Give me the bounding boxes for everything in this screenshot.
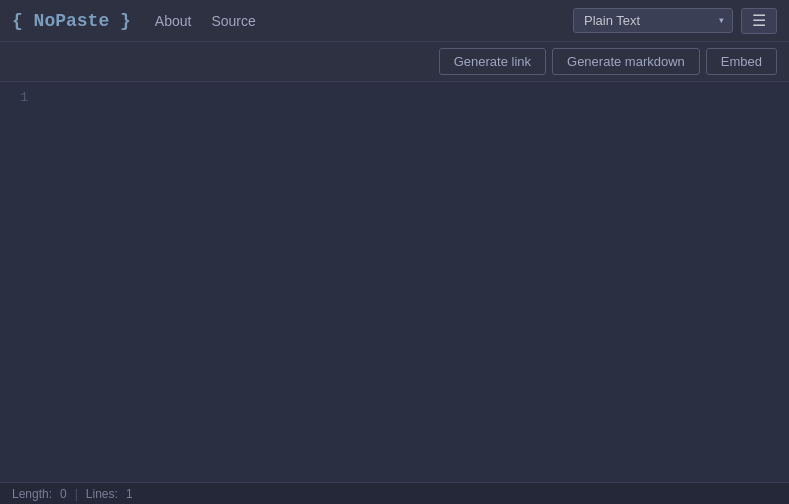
length-value: 0 — [60, 487, 67, 501]
menu-button[interactable]: ☰ — [741, 8, 777, 34]
status-separator: | — [75, 487, 78, 501]
logo: { NoPaste } — [12, 11, 131, 31]
nav: About Source — [155, 13, 573, 29]
editor-textarea[interactable] — [36, 82, 789, 482]
header-right: Plain Text JavaScript Python HTML CSS Ja… — [573, 8, 777, 34]
line-numbers: 1 — [0, 82, 36, 482]
nav-about[interactable]: About — [155, 13, 192, 29]
embed-button[interactable]: Embed — [706, 48, 777, 75]
status-bar: Length: 0 | Lines: 1 — [0, 482, 789, 504]
generate-link-button[interactable]: Generate link — [439, 48, 546, 75]
length-label: Length: — [12, 487, 52, 501]
lines-label: Lines: — [86, 487, 118, 501]
language-select[interactable]: Plain Text JavaScript Python HTML CSS Ja… — [573, 8, 733, 33]
toolbar: Generate link Generate markdown Embed — [0, 42, 789, 82]
line-number: 1 — [12, 88, 28, 108]
nav-source[interactable]: Source — [211, 13, 255, 29]
lines-value: 1 — [126, 487, 133, 501]
editor-container: 1 — [0, 82, 789, 482]
header: { NoPaste } About Source Plain Text Java… — [0, 0, 789, 42]
generate-markdown-button[interactable]: Generate markdown — [552, 48, 700, 75]
language-selector-wrapper: Plain Text JavaScript Python HTML CSS Ja… — [573, 8, 733, 33]
